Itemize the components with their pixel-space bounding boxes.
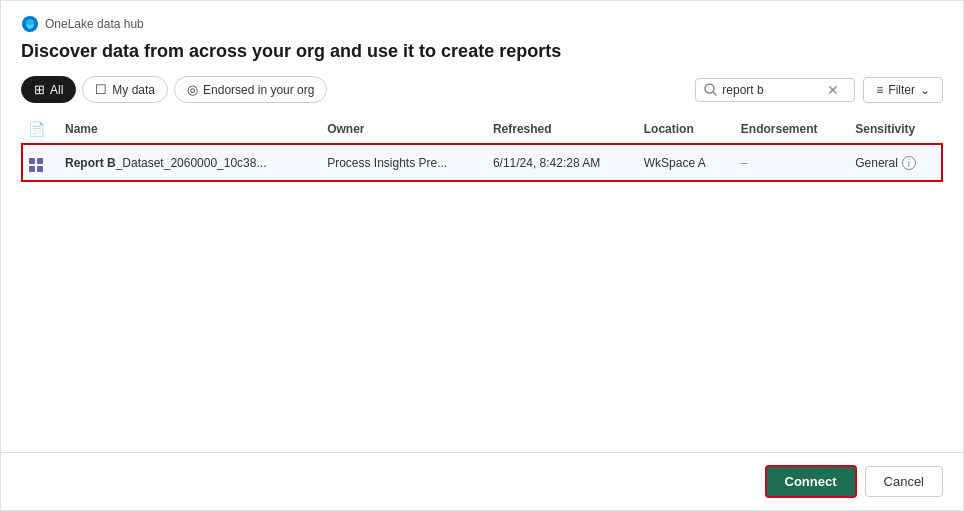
row-sensitivity-cell: General i — [845, 144, 942, 181]
search-icon — [704, 83, 717, 96]
row-icon-cell — [22, 144, 55, 181]
all-icon: ⊞ — [34, 82, 45, 97]
tab-my-data[interactable]: ☐ My data — [82, 76, 168, 103]
footer: Connect Cancel — [1, 452, 963, 510]
tab-all-label: All — [50, 83, 63, 97]
app-title: OneLake data hub — [45, 17, 144, 31]
my-data-icon: ☐ — [95, 82, 107, 97]
col-location: Location — [634, 115, 731, 144]
svg-point-2 — [25, 19, 35, 25]
col-refreshed: Refreshed — [483, 115, 634, 144]
filter-icon: ≡ — [876, 83, 883, 97]
col-sensitivity: Sensitivity — [845, 115, 942, 144]
filter-label: Filter — [888, 83, 915, 97]
onelake-logo-icon — [21, 15, 39, 33]
table-container: 📄 Name Owner Refreshed Location Endorsem… — [1, 115, 963, 452]
col-owner: Owner — [317, 115, 483, 144]
endorsed-icon: ◎ — [187, 82, 198, 97]
col-name: Name — [55, 115, 317, 144]
filter-chevron-icon: ⌄ — [920, 83, 930, 97]
toolbar: ⊞ All ☐ My data ◎ Endorsed in your org — [21, 76, 943, 103]
tab-my-data-label: My data — [112, 83, 155, 97]
title-bar: OneLake data hub — [21, 15, 943, 33]
filter-tabs: ⊞ All ☐ My data ◎ Endorsed in your org — [21, 76, 327, 103]
row-name-suffix: _Dataset_2060000_10c38... — [116, 156, 267, 170]
sensitivity-info: General i — [855, 156, 931, 170]
sensitivity-info-icon[interactable]: i — [902, 156, 916, 170]
tab-endorsed-label: Endorsed in your org — [203, 83, 314, 97]
header: OneLake data hub Discover data from acro… — [1, 1, 963, 115]
row-name: Report B — [65, 156, 116, 170]
tab-endorsed[interactable]: ◎ Endorsed in your org — [174, 76, 327, 103]
dialog: OneLake data hub Discover data from acro… — [0, 0, 964, 511]
dataset-icon — [29, 158, 43, 172]
row-endorsement-cell: – — [731, 144, 845, 181]
search-input[interactable] — [722, 83, 822, 97]
connect-button[interactable]: Connect — [765, 465, 857, 498]
page-title: Discover data from across your org and u… — [21, 41, 943, 62]
tab-all[interactable]: ⊞ All — [21, 76, 76, 103]
search-box: ✕ — [695, 78, 855, 102]
row-location-cell: WkSpace A — [634, 144, 731, 181]
table-row[interactable]: Report B_Dataset_2060000_10c38... Proces… — [22, 144, 942, 181]
col-icon: 📄 — [22, 115, 55, 144]
search-clear-button[interactable]: ✕ — [827, 83, 839, 97]
row-refreshed-cell: 6/11/24, 8:42:28 AM — [483, 144, 634, 181]
filter-button[interactable]: ≡ Filter ⌄ — [863, 77, 943, 103]
endorsement-value: – — [741, 156, 748, 170]
row-owner-cell: Process Insights Pre... — [317, 144, 483, 181]
svg-line-4 — [713, 92, 716, 95]
table-header-row: 📄 Name Owner Refreshed Location Endorsem… — [22, 115, 942, 144]
sensitivity-value: General — [855, 156, 898, 170]
file-header-icon: 📄 — [28, 121, 45, 137]
cancel-button[interactable]: Cancel — [865, 466, 943, 497]
data-table: 📄 Name Owner Refreshed Location Endorsem… — [21, 115, 943, 182]
row-name-cell: Report B_Dataset_2060000_10c38... — [55, 144, 317, 181]
col-endorsement: Endorsement — [731, 115, 845, 144]
right-controls: ✕ ≡ Filter ⌄ — [695, 77, 943, 103]
